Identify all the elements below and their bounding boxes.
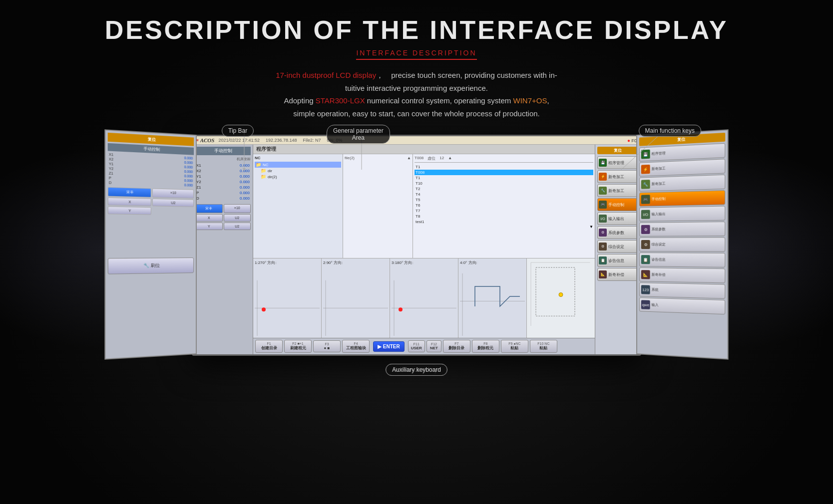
svg-point-15: [559, 293, 563, 297]
tool-T008[interactable]: T008: [415, 170, 593, 175]
fn-key-enter[interactable]: ▶ ENTER: [373, 341, 405, 352]
right-btn-set[interactable]: ⚙ 综合设定: [597, 240, 638, 253]
desc-highlight-os: WIN7+OS: [513, 96, 547, 105]
tool-scroll-up[interactable]: ▲: [448, 156, 452, 161]
callout-main-function-keys: Main function keys: [639, 125, 701, 137]
page-subtitle: INTERFACE DESCRIPTION: [356, 49, 476, 60]
chart-tool-view-content: [528, 260, 593, 329]
page-title: DESCRIPTION OF THE INTERFACE DISPLAY: [105, 15, 729, 45]
right-btn-io[interactable]: I/O 输入输出: [597, 212, 638, 225]
right-panel-btn-sys[interactable]: ⚙ 系统参数: [639, 222, 725, 237]
tool-T1b[interactable]: T1: [415, 175, 593, 181]
fn-key-f7[interactable]: F7 删除目录: [443, 340, 470, 353]
right-btn-program[interactable]: 💾 程序管理: [597, 156, 638, 169]
right-panel-btn-newmach1[interactable]: ⚡ 新奇加工: [639, 159, 725, 177]
fn-key-f1[interactable]: F1 创建目录: [255, 340, 283, 353]
right-btn-manual-icon: 🎮: [599, 201, 607, 209]
btn-songfeng[interactable]: 宋丰: [195, 204, 223, 213]
left-btn-1[interactable]: 宋丰: [108, 187, 151, 198]
fn-key-f12[interactable]: F12 NET: [426, 340, 441, 352]
right-btn-newmach2-icon: 🔧: [599, 187, 607, 195]
left-btn-x[interactable]: X: [108, 198, 151, 206]
tool-T7[interactable]: T7: [415, 208, 593, 214]
right-btn-comp-icon: 📐: [599, 270, 607, 278]
fn-key-f2[interactable]: F2 ■+1 刷建程元: [284, 340, 312, 353]
right-btn-sys[interactable]: ⚙ 系统参数: [597, 226, 638, 239]
file-list-count: file(2): [345, 156, 355, 160]
right-panel-btn-qwe[interactable]: qwe 输入: [639, 297, 725, 314]
chart-q3-label: 3:180° 方向:: [392, 260, 456, 265]
right-btn-newmach2[interactable]: 🔧 新奇加工: [597, 184, 638, 197]
interface-area: Tip Bar General parameterArea Main funct…: [92, 130, 741, 364]
fn-key-f11[interactable]: F11 USER: [408, 340, 425, 352]
tool-test1[interactable]: test1: [415, 219, 593, 225]
tool-T4[interactable]: T4: [415, 192, 593, 197]
chart-q3-content: [392, 266, 456, 336]
file-item-dir[interactable]: 📁 dir: [255, 168, 341, 174]
tool-scroll-down[interactable]: ▼: [415, 225, 593, 229]
tool-scroll-area: T1 T008 T1 T10 T2 T4 T5 T6 T7 T8: [415, 164, 593, 225]
right-panel-btn-set-label: 综合设定: [652, 242, 666, 247]
right-panel-btn-diag[interactable]: 📋 诊告信息: [639, 252, 725, 267]
fn-key-f10[interactable]: F10 NC 粘贴: [530, 340, 557, 353]
screen-header: R ACOS 2021/02/22 17:41:52 192.236.78.14…: [193, 136, 640, 145]
tool-T1[interactable]: T1: [415, 164, 593, 170]
desc-highlight-brand: STAR300-LGX: [316, 96, 365, 105]
right-btn-comp[interactable]: 📐 新奇补偿: [597, 268, 638, 281]
btn-x10[interactable]: ×10: [224, 204, 251, 213]
header-right: ● F0: [627, 138, 637, 143]
btn-u2[interactable]: U2: [224, 214, 251, 222]
right-panel-btn-num[interactable]: 123 系统: [639, 282, 725, 299]
chart-q1: 1:270° 方向:: [253, 258, 322, 338]
cnc-title-bar: 程序管理: [253, 145, 595, 154]
tool-T2[interactable]: T2: [415, 186, 593, 192]
file-tree-header: NC: [255, 156, 341, 160]
header-datetime: 2021/02/22 17:41:52: [218, 138, 260, 143]
right-btn-newmach2-label: 新奇加工: [608, 188, 624, 194]
right-panel-btn-manual[interactable]: 🎮 手动控制: [639, 190, 725, 207]
tool-T5[interactable]: T5: [415, 197, 593, 203]
right-panel-btn-set[interactable]: ⚙ 综合设定: [639, 237, 725, 252]
fn-key-f3[interactable]: F3 ● ■: [313, 340, 341, 352]
left-panel-bottom-btn[interactable]: 🔧 刷位: [108, 257, 194, 274]
cnc-right-header: 复位: [597, 147, 638, 154]
right-side-panel: 复位 💾 程序管理 ⚡ 新奇加工 🔧 新奇加工 🎮 手动控制: [636, 129, 729, 360]
right-panel-btn-newmach1-icon: ⚡: [641, 165, 650, 174]
chart-tool-view: [527, 258, 595, 338]
right-btn-diag[interactable]: 📋 诊告信息: [597, 254, 638, 267]
chart-q2-svg: [323, 266, 388, 336]
cnc-buttons-area: 宋丰 ×10 X U2 Y U2: [195, 204, 251, 230]
right-btn-manual[interactable]: 🎮 手动控制: [597, 198, 638, 211]
file-item-nc[interactable]: 📁 NC: [255, 162, 341, 168]
tool-T8[interactable]: T8: [415, 214, 593, 219]
callout-auxiliary-keyboard: Auxiliary keyboard: [386, 364, 447, 376]
btn-u2-2[interactable]: U2: [224, 223, 251, 230]
btn-x[interactable]: X: [195, 214, 223, 222]
btn-y-neg[interactable]: Y: [195, 223, 223, 230]
fn-key-f8[interactable]: F8 删除程元: [472, 340, 499, 353]
left-btn-u2[interactable]: U2: [152, 199, 194, 207]
fn-key-f4[interactable]: F4 工程图输块: [342, 340, 370, 353]
right-panel-btn-comp[interactable]: 📐 新奇补偿: [639, 267, 725, 283]
main-cnc-screen: R ACOS 2021/02/22 17:41:52 192.236.78.14…: [192, 135, 641, 356]
right-panel-btn-qwe-label: 输入: [652, 302, 659, 308]
tool-T10[interactable]: T10: [415, 181, 593, 186]
right-panel-btn-io[interactable]: I/O 输入输出: [639, 206, 725, 221]
right-panel-btn-newmach2-label: 新奇加工: [652, 181, 666, 187]
right-panel-btn-manual-label: 手动控制: [652, 197, 666, 202]
page-description: 17-inch dustproof LCD display， precise t…: [276, 69, 557, 120]
left-btn-2[interactable]: ×10: [152, 188, 194, 198]
right-btn-program-label: 程序管理: [608, 160, 624, 166]
tool-T6[interactable]: T6: [415, 203, 593, 208]
fn-key-f9[interactable]: F9 ●NC 粘贴: [501, 340, 528, 353]
file-list-panel: file(2) ▲: [343, 154, 413, 258]
screen-logo-racos: ACOS: [200, 137, 215, 143]
right-panel-btn-program[interactable]: 💾 程序管理: [639, 143, 725, 162]
left-btn-y[interactable]: Y: [108, 207, 151, 215]
right-btn-newmach[interactable]: ⚡ 新奇加工: [597, 170, 638, 183]
callout-general-param: General parameterArea: [327, 125, 390, 144]
right-btn-io-label: 输入输出: [608, 216, 624, 222]
right-panel-btn-newmach2[interactable]: 🔧 新奇加工: [639, 175, 725, 192]
coord-x1: X10.000: [195, 163, 251, 168]
file-item-dir2[interactable]: 📁 dir(2): [255, 174, 341, 180]
